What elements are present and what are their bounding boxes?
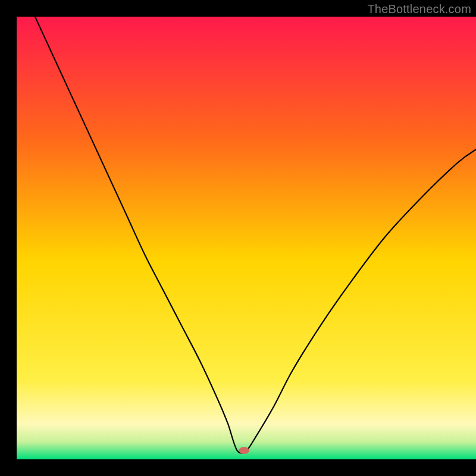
watermark-text: TheBottleneck.com	[367, 2, 471, 16]
plot-background	[17, 17, 476, 459]
chart-container: TheBottleneck.com	[0, 0, 476, 476]
optimum-marker	[239, 447, 249, 454]
bottleneck-chart	[0, 0, 476, 476]
